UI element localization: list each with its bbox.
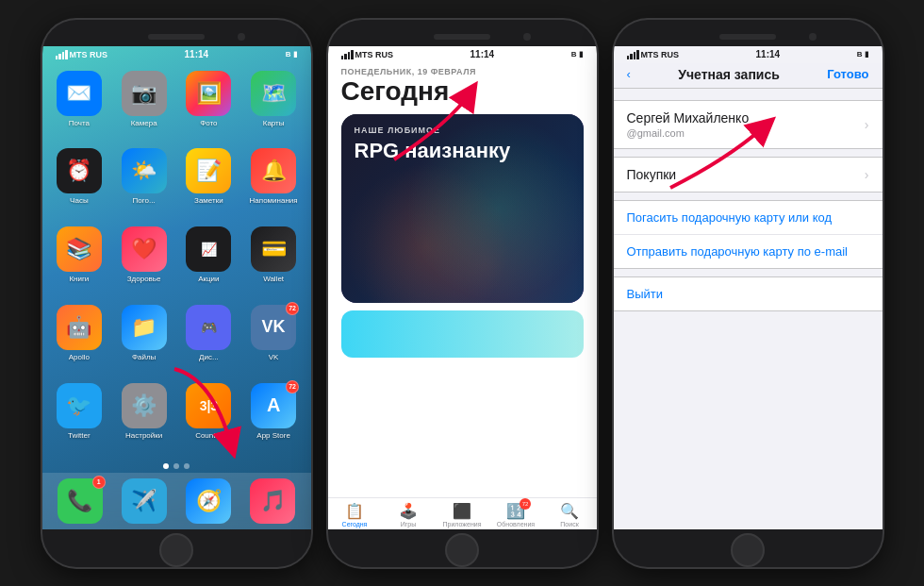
status-bar-2: MTS RUS 11:14 B ▮ — [328, 46, 597, 63]
wallet-label: Wallet — [263, 275, 284, 283]
home-button-1[interactable] — [159, 533, 193, 567]
apollo-label: Apollo — [69, 353, 90, 361]
battery-icon-3: ▮ — [865, 50, 868, 59]
homescreen: MTS RUS 11:14 B ▮ ✉️ Почта — [42, 46, 311, 529]
home-button-2[interactable] — [445, 533, 479, 567]
app-notes[interactable]: 📝 Заметки — [181, 148, 237, 217]
phone-top-1 — [42, 27, 311, 46]
app-wallet[interactable]: 💳 Wallet — [246, 226, 302, 295]
bluetooth-icon-3: B — [857, 50, 863, 59]
purchases-label: Покупки — [627, 167, 677, 182]
app-health[interactable]: ❤️ Здоровье — [116, 226, 172, 295]
appstore-label: App Store — [256, 431, 290, 440]
as-tab-today[interactable]: 📋 Сегодня — [328, 502, 382, 527]
home-button-3[interactable] — [731, 533, 765, 567]
health-icon: ❤️ — [122, 226, 167, 272]
app-books[interactable]: 📚 Книги — [52, 226, 107, 295]
purchases-row[interactable]: Покупки › — [614, 158, 883, 192]
app-camera[interactable]: 📷 Камера — [116, 71, 172, 140]
account-content: MTS RUS 11:14 B ▮ ‹ Учетная запись Готов… — [614, 46, 883, 529]
dock-music[interactable]: 🎵 — [244, 478, 301, 524]
account-nav: ‹ Учетная запись Готово — [614, 63, 883, 89]
counter-label: Counter — [195, 431, 222, 440]
app-maps[interactable]: 🗺️ Карты — [246, 71, 302, 140]
signal-bars-3 — [627, 50, 639, 59]
settings-icon: ⚙️ — [122, 383, 167, 428]
as-card-label: НАШЕ ЛЮБИМОЕ — [355, 126, 441, 135]
as-featured-card[interactable]: НАШЕ ЛЮБИМОЕ RPG наизнанку — [341, 114, 584, 303]
purchases-section: Покупки › — [614, 157, 883, 193]
link-send-gift[interactable]: Отправить подарочную карту по e-mail — [614, 235, 883, 268]
status-left-2: MTS RUS — [341, 50, 394, 59]
clock-label: Часы — [70, 196, 89, 205]
reminders-icon: 🔔 — [251, 148, 296, 193]
app-photos[interactable]: 🖼️ Фото — [181, 71, 237, 140]
phone-2-shell: MTS RUS 11:14 B ▮ ПОНЕДЕЛЬНИК, 19 ФЕВРАЛ… — [328, 20, 597, 567]
files-label: Файлы — [132, 353, 156, 361]
logout-button[interactable]: Выйти — [614, 277, 883, 310]
today-tab-icon: 📋 — [345, 502, 364, 520]
user-row[interactable]: Сергей Михайленко @gmail.com › — [614, 101, 883, 148]
stocks-icon: 📈 — [186, 226, 231, 272]
as-tab-updates[interactable]: 🔢 72 Обновления — [489, 502, 543, 527]
app-apollo[interactable]: 🤖 Apollo — [52, 305, 107, 374]
appstore-content: MTS RUS 11:14 B ▮ ПОНЕДЕЛЬНИК, 19 ФЕВРАЛ… — [328, 46, 597, 529]
app-weather[interactable]: 🌤️ Пого... — [116, 148, 172, 217]
dot-1 — [163, 463, 169, 469]
phone-3-shell: MTS RUS 11:14 B ▮ ‹ Учетная запись Готов… — [614, 20, 883, 567]
dock-safari[interactable]: 🧭 — [180, 478, 237, 524]
books-icon: 📚 — [57, 226, 102, 272]
app-counter[interactable]: 3|3 Counter — [181, 383, 237, 452]
search-tab-label: Поиск — [560, 521, 578, 527]
updates-tab-label: Обновления — [497, 521, 535, 527]
nav-title: Учетная запись — [678, 67, 780, 82]
files-icon: 📁 — [122, 305, 167, 350]
camera-dot-1 — [238, 33, 245, 41]
app-twitter[interactable]: 🐦 Twitter — [52, 383, 107, 452]
nav-back[interactable]: ‹ — [627, 67, 631, 81]
status-bar-3: MTS RUS 11:14 B ▮ — [614, 46, 883, 63]
dock-music-icon: 🎵 — [250, 478, 295, 524]
app-clock[interactable]: ⏰ Часы — [52, 148, 107, 217]
photos-label: Фото — [200, 119, 217, 127]
user-email: @gmail.com — [627, 127, 750, 139]
phone-top-2 — [328, 27, 597, 46]
camera-label: Камера — [131, 119, 157, 127]
homescreen-bg: MTS RUS 11:14 B ▮ ✉️ Почта — [42, 46, 311, 529]
phone-top-3 — [614, 27, 883, 46]
link-redeem[interactable]: Погасить подарочную карту или код — [614, 201, 883, 235]
dock-safari-icon: 🧭 — [186, 478, 231, 524]
updates-tab-icon: 🔢 72 — [506, 502, 525, 520]
dock-telegram[interactable]: ✈️ — [116, 478, 173, 524]
vk-label: VK — [269, 353, 279, 361]
dock-phone[interactable]: 📞 1 — [52, 478, 108, 524]
as-tab-games[interactable]: 🕹️ Игры — [382, 502, 436, 527]
as-card-title: RPG наизнанку — [355, 139, 511, 163]
app-reminders[interactable]: 🔔 Напоминания — [246, 148, 302, 217]
as-tab-apps[interactable]: ⬛ Приложения — [436, 502, 489, 527]
dock: 📞 1 ✈️ 🧭 🎵 — [42, 473, 311, 529]
app-mail[interactable]: ✉️ Почта — [52, 71, 107, 140]
app-files[interactable]: 📁 Файлы — [116, 305, 172, 374]
maps-icon: 🗺️ — [251, 71, 296, 116]
nav-done[interactable]: Готово — [827, 67, 868, 81]
app-vk[interactable]: VK 72 VK — [246, 305, 302, 374]
weather-icon: 🌤️ — [122, 148, 167, 193]
time-1: 11:14 — [185, 49, 209, 59]
status-bar-1: MTS RUS 11:14 B ▮ — [42, 46, 311, 63]
app-discord[interactable]: 🎮 Дис... — [181, 305, 237, 374]
counter-icon: 3|3 — [186, 383, 231, 428]
app-stocks[interactable]: 📈 Акции — [181, 226, 237, 295]
links-section: Погасить подарочную карту или код Отправ… — [614, 200, 883, 269]
books-label: Книги — [69, 275, 89, 283]
bluetooth-icon-1: B — [286, 50, 291, 59]
battery-icon-1: ▮ — [293, 50, 297, 59]
as-tab-search[interactable]: 🔍 Поиск — [543, 502, 597, 527]
updates-badge: 72 — [520, 498, 531, 510]
user-section: Сергей Михайленко @gmail.com › — [614, 100, 883, 149]
stocks-label: Акции — [198, 275, 219, 283]
as-secondary-card[interactable] — [341, 310, 584, 358]
app-settings[interactable]: ⚙️ Настройки — [116, 383, 172, 452]
app-appstore[interactable]: A 72 App Store — [246, 383, 302, 452]
as-date: ПОНЕДЕЛЬНИК, 19 ФЕВРАЛЯ — [328, 63, 597, 76]
